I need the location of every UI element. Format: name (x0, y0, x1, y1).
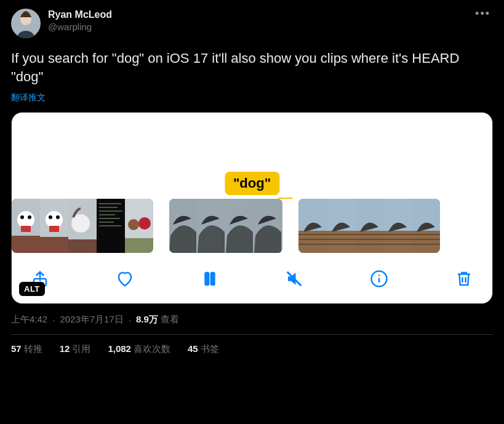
svg-point-9 (49, 215, 52, 219)
quote-count[interactable]: 12引用 (60, 343, 91, 355)
pause-icon[interactable] (199, 268, 221, 290)
svg-point-8 (46, 211, 63, 228)
tweet-body: If you search for "dog" on iOS 17 it'll … (11, 49, 493, 86)
tweet-stats: 57转推 12引用 1,082喜欢次数 45书签 (11, 343, 493, 355)
tweet-header: Ryan McLeod @warpling (11, 9, 493, 38)
tweet: ••• Ryan McLeod @warpling If you search … (0, 0, 504, 355)
clip-thumbnail (169, 199, 282, 253)
clip-thumbnail (12, 199, 153, 253)
svg-point-5 (28, 215, 31, 219)
mute-icon[interactable] (283, 268, 305, 290)
author-name[interactable]: Ryan McLeod (48, 9, 112, 21)
avatar[interactable] (11, 9, 41, 38)
alt-badge[interactable]: ALT (19, 282, 45, 296)
author-block: Ryan McLeod @warpling (48, 9, 112, 33)
svg-rect-6 (21, 226, 31, 232)
media-top: "dog" (12, 113, 492, 199)
attached-media[interactable]: "dog" (11, 112, 493, 304)
trash-icon[interactable] (453, 268, 475, 290)
tweet-views[interactable]: 8.9万 查看 (136, 314, 179, 326)
heart-icon[interactable] (114, 268, 136, 290)
translate-link[interactable]: 翻译推文 (11, 92, 46, 103)
bookmark-count[interactable]: 45书签 (188, 343, 219, 355)
svg-rect-56 (210, 273, 214, 285)
svg-rect-11 (49, 226, 59, 232)
timeline-strip (12, 199, 492, 253)
tweet-meta: 上午4:42 2023年7月17日 8.9万 查看 (11, 314, 493, 326)
like-count[interactable]: 1,082喜欢次数 (108, 343, 170, 355)
retweet-count[interactable]: 57转推 (11, 343, 42, 355)
info-icon[interactable] (368, 268, 390, 290)
author-handle[interactable]: @warpling (48, 21, 112, 33)
more-icon[interactable]: ••• (475, 7, 490, 20)
svg-point-24 (138, 217, 151, 230)
search-tag: "dog" (225, 172, 279, 195)
svg-point-3 (17, 211, 34, 228)
divider (11, 334, 493, 335)
svg-point-4 (20, 215, 24, 219)
tweet-time[interactable]: 上午4:42 (11, 314, 47, 326)
svg-point-23 (128, 219, 139, 230)
svg-point-10 (56, 215, 60, 219)
svg-point-60 (378, 274, 380, 276)
tweet-date[interactable]: 2023年7月17日 (60, 314, 123, 326)
clip-thumbnail (298, 199, 440, 253)
svg-rect-55 (205, 273, 209, 285)
media-controls (12, 253, 492, 303)
